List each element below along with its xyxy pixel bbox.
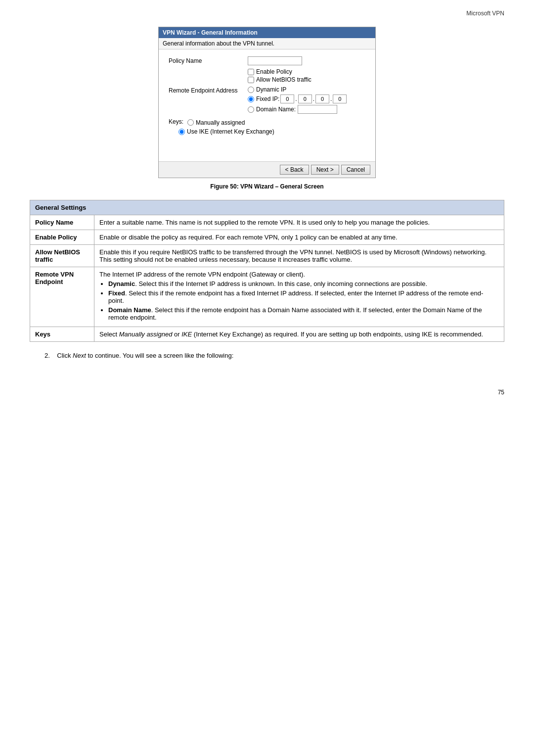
next-button[interactable]: Next > (311, 165, 339, 175)
ip-octet-2[interactable]: 0 (298, 94, 312, 103)
page-header: Microsoft VPN (30, 10, 504, 17)
remote-endpoint-label: Remote Endpoint Address (169, 86, 248, 94)
ip-octet-1[interactable]: 0 (280, 94, 294, 103)
table-row: Keys Select Manually assigned or IKE (In… (30, 327, 504, 342)
ip-octet-3[interactable]: 0 (315, 94, 329, 103)
dialog-subtitle-text: General information about the VPN tunnel… (163, 40, 274, 47)
list-item: Dynamic. Select this if the Internet IP … (108, 280, 499, 287)
dialog-footer: < Back Next > Cancel (159, 161, 375, 178)
ip-dot-3: . (330, 95, 332, 102)
table-label-keys: Keys (30, 327, 94, 342)
dialog-body: Policy Name Enable Policy Allow NetBIOS … (159, 49, 375, 161)
keys-label: Keys: (169, 118, 183, 125)
cancel-button[interactable]: Cancel (341, 165, 370, 175)
list-item: Fixed. Select this if the remote endpoin… (108, 289, 499, 304)
settings-table: General Settings Policy Name Enter a sui… (30, 200, 504, 342)
dialog-container: VPN Wizard - General Information General… (30, 27, 504, 178)
manually-label: Manually assigned (196, 119, 245, 126)
policy-name-label: Policy Name (169, 56, 248, 64)
allow-netbios-checkbox[interactable] (248, 77, 254, 83)
domain-name-label: Domain Name: (256, 106, 296, 113)
header-title: Microsoft VPN (466, 10, 504, 17)
dialog-spacer (169, 137, 365, 156)
figure-caption-text: Figure 50: VPN Wizard – General Screen (210, 183, 323, 190)
domain-name-radio-row: Domain Name: (248, 105, 365, 114)
fixed-ip-label: Fixed IP: (256, 95, 279, 102)
table-row: Allow NetBIOS traffic Enable this if you… (30, 245, 504, 267)
page-number: 75 (30, 389, 504, 396)
table-header: General Settings (30, 200, 504, 215)
table-label-remote-vpn: Remote VPN Endpoint (30, 267, 94, 327)
ip-row: Fixed IP: 0 . 0 . 0 . 0 (256, 94, 347, 103)
keys-section: Keys: Manually assigned Use IKE (Interne… (169, 118, 365, 135)
dynamic-ip-label: Dynamic IP (256, 86, 286, 93)
domain-name-input[interactable] (298, 105, 337, 114)
list-item: Domain Name. Select this if the remote e… (108, 306, 499, 321)
enable-policy-checkbox[interactable] (248, 69, 254, 75)
keys-ike-row: Use IKE (Internet Key Exchange) (178, 128, 365, 135)
ip-dot-2: . (313, 95, 314, 102)
table-row: Enable Policy Enable or disable the poli… (30, 230, 504, 245)
table-row: Policy Name Enter a suitable name. This … (30, 215, 504, 230)
dialog-box: VPN Wizard - General Information General… (158, 27, 376, 178)
ip-octet-4[interactable]: 0 (333, 94, 347, 103)
dynamic-ip-radio-row: Dynamic IP (248, 86, 365, 93)
domain-name-radio[interactable] (248, 106, 254, 113)
dialog-titlebar: VPN Wizard - General Information (159, 27, 375, 38)
table-label-policy-name: Policy Name (30, 215, 94, 230)
policy-name-input[interactable] (248, 56, 302, 65)
enable-policy-label: Enable Policy (256, 68, 292, 75)
domain-row: Domain Name: (256, 105, 337, 114)
manually-radio[interactable] (187, 119, 194, 126)
table-label-enable-policy: Enable Policy (30, 230, 94, 245)
table-row: Remote VPN Endpoint The Internet IP addr… (30, 267, 504, 327)
step-number: 2. (44, 352, 50, 359)
step-italic: Next (73, 352, 86, 359)
figure-caption: Figure 50: VPN Wizard – General Screen (30, 183, 504, 190)
table-value-netbios: Enable this if you require NetBIOS traff… (94, 245, 504, 267)
ike-label: Use IKE (Internet Key Exchange) (187, 128, 274, 135)
table-value-keys: Select Manually assigned or IKE (Interne… (94, 327, 504, 342)
ike-radio[interactable] (178, 129, 185, 135)
dynamic-ip-radio[interactable] (248, 87, 254, 93)
dialog-title: VPN Wizard - General Information (163, 29, 258, 36)
allow-netbios-row: Allow NetBIOS traffic (248, 76, 365, 83)
ip-dot-1: . (295, 95, 297, 102)
policy-name-controls (248, 56, 365, 65)
dialog-subtitle: General information about the VPN tunnel… (159, 38, 375, 49)
policy-name-row: Policy Name (169, 56, 365, 65)
table-value-remote-vpn: The Internet IP address of the remote VP… (94, 267, 504, 327)
remote-endpoint-controls: Dynamic IP Fixed IP: 0 . 0 . 0 . 0 (248, 86, 365, 115)
back-button[interactable]: < Back (280, 165, 309, 175)
fixed-ip-radio-row: Fixed IP: 0 . 0 . 0 . 0 (248, 94, 365, 103)
table-value-policy-name: Enter a suitable name. This name is not … (94, 215, 504, 230)
keys-manually-row: Keys: Manually assigned (169, 118, 365, 127)
table-header-row: General Settings (30, 200, 504, 215)
checkboxes-section: Enable Policy Allow NetBIOS traffic (248, 68, 365, 83)
step-text: 2. Click Next to continue. You will see … (44, 352, 504, 359)
remote-endpoint-row: Remote Endpoint Address Dynamic IP Fixed… (169, 86, 365, 115)
step-rest: to continue. You will see a screen like … (86, 352, 233, 359)
step-intro: Click (57, 352, 73, 359)
page-number-text: 75 (498, 389, 504, 396)
fixed-ip-radio[interactable] (248, 96, 254, 102)
table-label-netbios: Allow NetBIOS traffic (30, 245, 94, 267)
allow-netbios-label: Allow NetBIOS traffic (256, 76, 312, 83)
enable-policy-row: Enable Policy (248, 68, 365, 75)
table-value-enable-policy: Enable or disable the policy as required… (94, 230, 504, 245)
